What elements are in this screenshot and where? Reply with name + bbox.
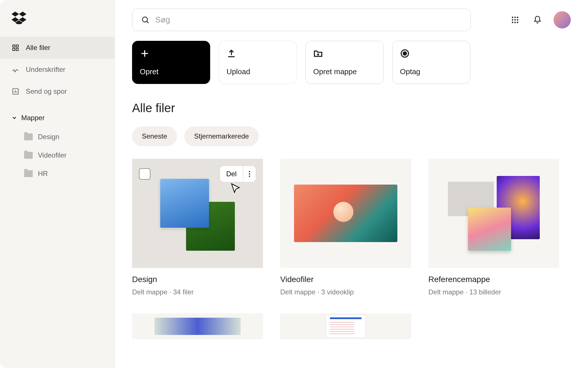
svg-rect-1 [16,45,18,47]
folder-item-videofiler[interactable]: Videofiler [24,146,103,164]
folder-list: Design Videofiler HR [11,128,103,183]
sidebar: Alle filer Underskrifter Send og spor Ma… [0,0,115,368]
folders-section: Mapper Design Videofiler HR [0,108,115,183]
filter-chips: Seneste Stjernemarkerede [132,126,571,146]
card-meta: Delt mappe · 34 filer [132,288,263,296]
thumbnail-art [154,318,241,335]
topbar [132,9,571,31]
search-field[interactable] [132,9,471,31]
folder-item-design[interactable]: Design [24,128,103,146]
apps-grid-icon [511,16,519,24]
upload-icon [227,49,236,58]
svg-point-8 [517,17,518,18]
create-button[interactable]: Opret [132,41,210,84]
dropbox-logo-icon[interactable] [11,12,26,24]
record-icon [400,49,410,58]
folder-card-partial[interactable] [132,313,263,339]
logo-wrap [0,12,115,37]
folder-item-hr[interactable]: HR [24,164,103,183]
action-label: Opret mappe [313,67,376,76]
notifications-button[interactable] [531,14,544,26]
action-label: Upload [227,67,289,76]
record-button[interactable]: Optag [392,41,470,84]
folder-icon [24,152,33,159]
svg-point-7 [514,17,516,18]
folder-plus-icon [313,49,323,58]
svg-point-16 [403,52,406,55]
folder-label: Videofiler [38,151,67,159]
svg-point-19 [249,176,250,177]
top-actions [509,11,571,28]
folder-thumbnail [280,313,411,339]
search-icon [141,16,150,24]
file-grid: Del Design Delt mappe · 34 filer Videofi… [132,159,571,339]
folder-thumbnail [280,159,411,268]
folder-card-partial[interactable] [280,313,411,339]
card-title: Videofiler [280,275,411,284]
card-title: Design [132,275,263,284]
folder-label: HR [38,170,48,178]
folder-label: Design [38,133,59,141]
folder-thumbnail [428,159,559,268]
sidebar-item-signatures[interactable]: Underskrifter [0,59,115,80]
svg-point-14 [517,22,518,23]
svg-point-18 [249,173,250,175]
action-label: Optag [400,67,463,76]
nav-list: Alle filer Underskrifter Send og spor [0,37,115,102]
folders-label: Mapper [21,114,45,122]
grid-icon [11,44,20,52]
folder-card-videofiler[interactable]: Videofiler Delt mappe · 3 videoklip [280,159,411,296]
user-avatar[interactable] [554,11,571,28]
thumbnail-art [448,176,540,251]
card-meta: Delt mappe · 13 billeder [428,288,559,296]
thumbnail-art [160,176,235,251]
folders-toggle[interactable]: Mapper [11,108,103,128]
nav-label: Send og spor [26,87,67,95]
page-title: Alle filer [132,101,571,115]
folder-thumbnail [132,313,263,339]
action-cards: Opret Upload Opret mappe Optag [132,41,571,84]
folder-icon [24,133,33,140]
folder-thumbnail: Del [132,159,263,268]
more-vertical-icon [248,170,251,177]
svg-point-13 [514,22,516,23]
nav-label: Underskrifter [26,66,65,74]
select-checkbox[interactable] [139,168,150,180]
svg-point-17 [249,171,250,172]
svg-point-9 [512,19,513,21]
chip-recent[interactable]: Seneste [132,126,177,146]
analytics-icon [11,87,20,95]
signature-icon [11,66,20,74]
create-folder-button[interactable]: Opret mappe [305,41,384,84]
main: Opret Upload Opret mappe Optag Alle file… [115,0,588,368]
svg-point-11 [517,19,518,21]
thumbnail-art [294,185,397,242]
more-button[interactable] [243,166,256,182]
svg-point-6 [512,17,513,18]
apps-button[interactable] [509,14,521,26]
bell-icon [533,16,542,24]
svg-rect-3 [16,48,18,51]
action-label: Opret [140,67,202,76]
card-meta: Delt mappe · 3 videoklip [280,288,411,296]
chevron-down-icon [11,115,17,121]
search-input[interactable] [155,15,462,24]
plus-icon [140,49,150,58]
card-title: Referencemappe [428,275,559,284]
svg-rect-0 [13,45,15,47]
svg-point-10 [514,19,516,21]
folder-card-reference[interactable]: Referencemappe Delt mappe · 13 billeder [428,159,559,296]
sidebar-item-send-track[interactable]: Send og spor [0,80,115,102]
chip-starred[interactable]: Stjernemarkerede [184,126,259,146]
sidebar-item-all-files[interactable]: Alle filer [0,37,115,59]
cursor-icon [230,183,241,194]
folder-card-design[interactable]: Del Design Delt mappe · 34 filer [132,159,263,296]
svg-rect-2 [13,48,15,51]
upload-button[interactable]: Upload [219,41,297,84]
nav-label: Alle filer [26,44,50,52]
folder-icon [24,170,33,177]
thumbnail-art [326,315,366,338]
svg-point-5 [142,17,148,22]
svg-point-12 [512,22,513,23]
